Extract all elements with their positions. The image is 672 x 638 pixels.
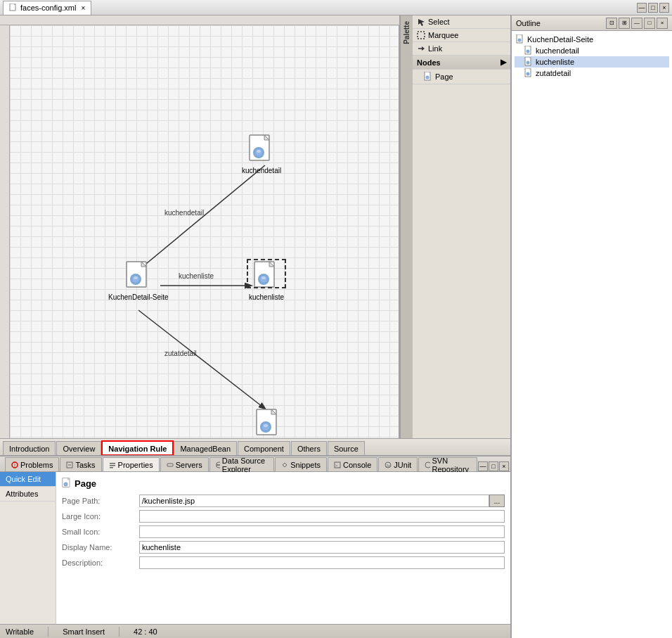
palette-select[interactable]: Select (413, 15, 510, 29)
tab-others[interactable]: Others (291, 441, 327, 455)
svg-rect-41 (110, 467, 113, 468)
node-zutatdetail[interactable]: zutatdetail (252, 409, 285, 438)
svg-text:Ju: Ju (386, 464, 390, 468)
outline-item-2[interactable]: kuchenliste (515, 56, 669, 68)
properties-form: Page Page Path: ... Large Icon: (56, 472, 510, 624)
prop-row-smallicon: Small Icon: (62, 525, 505, 538)
node-label-KuchenDetail-Seite: KuchenDetail-Seite (108, 293, 169, 301)
svg-marker-47 (283, 463, 287, 467)
svg-marker-31 (422, 46, 425, 51)
page-icon-kuchenliste (254, 261, 279, 292)
status-bar: Writable Smart Insert 42 : 40 (0, 624, 510, 638)
editor-area: kuchendetail kuchenliste zutatdetail (0, 15, 510, 438)
bp-tab-properties-label: Properties (118, 461, 153, 469)
prop-label-description: Description: (62, 559, 139, 567)
junit-icon: Ju (385, 461, 392, 468)
outline-tb-btn-maximize[interactable]: □ (644, 18, 655, 29)
outline-label-0: KuchenDetail-Seite (527, 35, 593, 44)
prop-input-pagepath[interactable] (139, 495, 489, 507)
palette-marquee[interactable]: Marquee (413, 29, 510, 42)
bp-tab-svn[interactable]: SVN Repository (418, 457, 477, 471)
bp-maximize-btn[interactable]: □ (489, 461, 498, 471)
tab-introduction[interactable]: Introduction (3, 441, 56, 455)
outline-label-3: zutatdetail (536, 69, 571, 77)
quick-edit-sidebar: Quick Edit Attributes (0, 472, 56, 624)
qe-item-quick-edit[interactable]: Quick Edit (0, 472, 56, 487)
editor-tab-faces-config[interactable]: faces-config.xml × (3, 1, 91, 15)
minimize-btn[interactable]: — (637, 3, 647, 13)
outline-item-0[interactable]: KuchenDetail-Seite (515, 34, 669, 45)
prop-title-text: Page (75, 478, 96, 489)
bp-tab-tasks[interactable]: Tasks (60, 457, 101, 471)
console-icon: >_ (334, 461, 341, 468)
tab-source[interactable]: Source (328, 441, 365, 455)
bp-tab-console[interactable]: >_ Console (328, 457, 377, 471)
prop-input-description[interactable] (139, 556, 505, 569)
outline-item-1[interactable]: kuchendetail (515, 45, 669, 56)
outline-tb-btn-1[interactable]: ⊡ (606, 18, 617, 29)
bp-tab-snippets-label: Snippets (290, 461, 321, 469)
svg-line-6 (138, 310, 265, 409)
servers-icon (167, 461, 174, 468)
svg-rect-42 (167, 464, 173, 466)
bottom-panel-tab-bar: ! Problems Tasks Properties Servers (0, 457, 510, 472)
svg-point-34 (426, 76, 429, 79)
palette-toggle-strip[interactable]: Palette (400, 15, 413, 438)
bottom-panel-controls: — □ × (478, 461, 509, 471)
palette-panel: Palette Select Marquee (399, 15, 510, 438)
outline-tb-btn-2[interactable]: ⊞ (619, 18, 630, 29)
tab-managedbean[interactable]: ManagedBean (174, 441, 237, 455)
node-kuchendetail-top[interactable]: kuchendetail (242, 134, 281, 174)
node-kuchenliste[interactable]: kuchenliste (249, 261, 284, 301)
bp-tab-junit-label: JUnit (394, 461, 411, 469)
outline-page-icon-2 (524, 57, 533, 67)
prop-input-smallicon[interactable] (139, 525, 505, 538)
svg-text:kuchendetail: kuchendetail (164, 209, 204, 217)
file-icon (9, 4, 18, 12)
close-btn[interactable]: × (659, 3, 669, 13)
bp-tab-properties[interactable]: Properties (103, 457, 160, 471)
prop-label-displayname: Display Name: (62, 543, 139, 551)
outline-item-3[interactable]: zutatdetail (515, 68, 669, 79)
prop-row-displayname: Display Name: (62, 541, 505, 554)
bp-tab-problems[interactable]: ! Problems (5, 457, 59, 471)
problems-icon: ! (11, 461, 18, 468)
page-icon-KuchenDetail-Seite (126, 261, 151, 292)
node-KuchenDetail-Seite[interactable]: KuchenDetail-Seite (108, 261, 169, 301)
outline-tb-btn-minimize[interactable]: — (631, 18, 642, 29)
bp-tab-problems-label: Problems (20, 461, 53, 469)
palette-page[interactable]: Page (413, 70, 510, 84)
tab-overview[interactable]: Overview (56, 441, 101, 455)
bp-tab-svn-label: SVN Repository (432, 457, 471, 473)
bp-tab-datasource[interactable]: Data Source Explorer (209, 457, 275, 471)
tab-close-icon[interactable]: × (81, 4, 85, 12)
bp-tab-servers[interactable]: Servers (160, 457, 209, 471)
outline-page-icon-0 (516, 34, 524, 44)
palette-nodes-section[interactable]: Nodes ▶ (413, 56, 510, 70)
prop-btn-pagepath-browse[interactable]: ... (489, 495, 505, 507)
maximize-btn[interactable]: □ (648, 3, 658, 13)
qe-item-attributes[interactable]: Attributes (0, 487, 56, 502)
bp-close-btn[interactable]: × (499, 461, 509, 471)
bp-tab-junit[interactable]: Ju JUnit (378, 457, 418, 471)
prop-input-largeicon[interactable] (139, 510, 505, 523)
palette-nodes-label: Nodes (417, 58, 441, 67)
bp-minimize-btn[interactable]: — (478, 461, 488, 471)
outline-label-2: kuchenliste (536, 58, 574, 66)
status-mode: Writable (6, 627, 34, 636)
svg-point-62 (526, 50, 530, 53)
outline-tb-btn-close[interactable]: × (657, 18, 668, 29)
bp-tab-snippets[interactable]: Snippets (275, 457, 327, 471)
svg-point-46 (217, 465, 220, 468)
prop-row-largeicon: Large Icon: (62, 510, 505, 523)
outline-page-icon-1 (524, 46, 533, 56)
canvas-area[interactable]: kuchendetail kuchenliste zutatdetail (10, 25, 399, 438)
tab-component[interactable]: Component (238, 441, 290, 455)
svg-point-59 (518, 39, 522, 42)
editor-bottom-tab-bar: Introduction Overview Navigation Rule Ma… (0, 438, 510, 455)
status-insert-mode: Smart Insert (63, 627, 105, 636)
palette-link[interactable]: Link (413, 42, 510, 56)
tab-navigation-rule[interactable]: Navigation Rule (102, 441, 173, 455)
palette-expand-icon: ▶ (500, 58, 506, 67)
prop-input-displayname[interactable] (139, 541, 505, 554)
